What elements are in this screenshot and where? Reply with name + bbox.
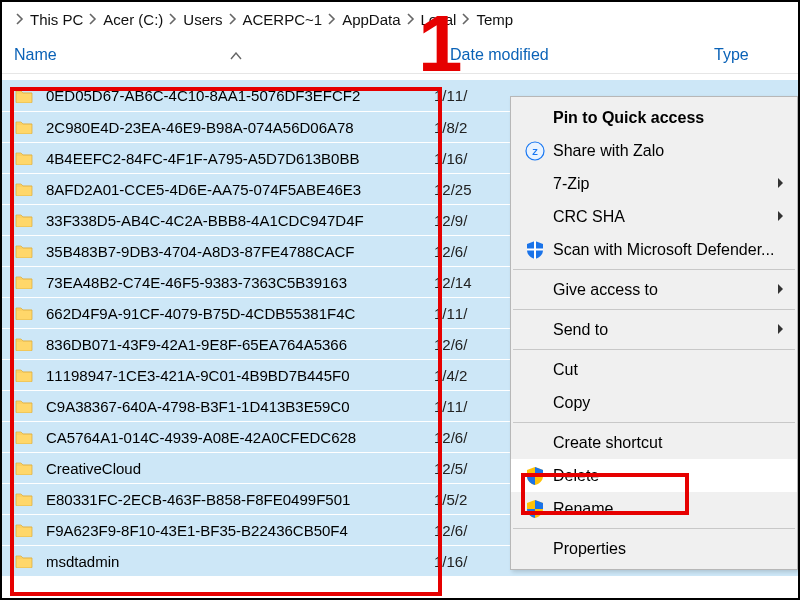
folder-icon [14,365,34,385]
ctx-rename[interactable]: Rename [511,492,797,525]
breadcrumb-item[interactable]: ACERPC~1 [243,11,323,28]
folder-icon [14,86,34,106]
file-date: 1/8/2 [434,119,467,136]
file-date: 12/9/ [434,212,467,229]
ctx-crc-sha[interactable]: CRC SHA [511,200,797,233]
blank-icon [521,205,549,229]
file-name: msdtadmin [46,553,119,570]
file-name: 8AFD2A01-CCE5-4D6E-AA75-074F5ABE46E3 [46,181,361,198]
file-date: 12/14 [434,274,472,291]
menu-separator [513,349,795,350]
column-type[interactable]: Type [714,46,788,64]
ctx-pin-quick-access[interactable]: Pin to Quick access [511,101,797,134]
breadcrumb-item[interactable]: AppData [342,11,400,28]
ctx-create-shortcut[interactable]: Create shortcut [511,426,797,459]
file-date: 12/25 [434,181,472,198]
chevron-right-icon [407,13,415,25]
column-name[interactable]: Name [14,46,450,64]
blank-icon [521,172,549,196]
breadcrumb-item[interactable]: Users [183,11,222,28]
submenu-arrow-icon [777,281,785,299]
file-name: 4B4EEFC2-84FC-4F1F-A795-A5D7D613B0BB [46,150,359,167]
ctx-send-to[interactable]: Send to [511,313,797,346]
folder-icon [14,520,34,540]
file-date: 1/5/2 [434,491,467,508]
svg-text:Z: Z [532,147,538,157]
file-name: 2C980E4D-23EA-46E9-B98A-074A56D06A78 [46,119,354,136]
file-date: 1/16/ [434,150,467,167]
file-date: 12/6/ [434,336,467,353]
context-menu: Pin to Quick access Z Share with Zalo 7-… [510,96,798,570]
file-name: CA5764A1-014C-4939-A08E-42A0CFEDC628 [46,429,356,446]
ctx-give-access[interactable]: Give access to [511,273,797,306]
file-date: 1/11/ [434,305,467,322]
chevron-right-icon [328,13,336,25]
file-name: 11198947-1CE3-421A-9C01-4B9BD7B445F0 [46,367,350,384]
chevron-right-icon [229,13,237,25]
ctx-cut[interactable]: Cut [511,353,797,386]
menu-separator [513,269,795,270]
folder-icon [14,427,34,447]
file-date: 12/6/ [434,243,467,260]
file-name: C9A38367-640A-4798-B3F1-1D413B3E59C0 [46,398,350,415]
folder-icon [14,241,34,261]
submenu-arrow-icon [777,208,785,226]
folder-icon [14,303,34,323]
menu-separator [513,309,795,310]
file-name: CreativeCloud [46,460,141,477]
file-name: 73EA48B2-C74E-46F5-9383-7363C5B39163 [46,274,347,291]
blank-icon [521,431,549,455]
file-name: 662D4F9A-91CF-4079-B75D-4CDB55381F4C [46,305,355,322]
file-date: 12/6/ [434,429,467,446]
menu-separator [513,528,795,529]
submenu-arrow-icon [777,321,785,339]
column-header: Name Date modified Type [2,36,798,74]
file-date: 12/6/ [434,522,467,539]
blank-icon [521,318,549,342]
blank-icon [521,106,549,130]
zalo-icon: Z [521,139,549,163]
file-date: 1/4/2 [434,367,467,384]
chevron-right-icon [169,13,177,25]
ctx-properties[interactable]: Properties [511,532,797,565]
uac-shield-icon [521,497,549,521]
file-name: 0ED05D67-AB6C-4C10-8AA1-5076DF3EFCF2 [46,87,360,104]
folder-icon [14,458,34,478]
file-date: 1/16/ [434,553,467,570]
folder-icon [14,210,34,230]
file-date: 12/5/ [434,460,467,477]
file-name: 836DB071-43F9-42A1-9E8F-65EA764A5366 [46,336,347,353]
breadcrumb-item[interactable]: Acer (C:) [103,11,163,28]
blank-icon [521,358,549,382]
file-name: 35B483B7-9DB3-4704-A8D3-87FE4788CACF [46,243,355,260]
blank-icon [521,391,549,415]
file-name: 33F338D5-AB4C-4C2A-BBB8-4A1CDC947D4F [46,212,364,229]
folder-icon [14,396,34,416]
blank-icon [521,537,549,561]
chevron-right-icon [89,13,97,25]
sort-ascending-icon [227,46,245,64]
shield-icon [521,238,549,262]
chevron-right-icon [16,13,24,25]
ctx-copy[interactable]: Copy [511,386,797,419]
ctx-delete[interactable]: Delete [511,459,797,492]
breadcrumb: This PC Acer (C:) Users ACERPC~1 AppData… [2,2,798,36]
folder-icon [14,334,34,354]
column-date[interactable]: Date modified [450,46,714,64]
file-date: 1/11/ [434,398,467,415]
breadcrumb-item[interactable]: Temp [476,11,513,28]
chevron-right-icon [462,13,470,25]
submenu-arrow-icon [777,175,785,193]
folder-icon [14,489,34,509]
svg-rect-3 [527,248,543,250]
breadcrumb-item[interactable]: This PC [30,11,83,28]
menu-separator [513,422,795,423]
ctx-share-zalo[interactable]: Z Share with Zalo [511,134,797,167]
folder-icon [14,117,34,137]
file-name: F9A623F9-8F10-43E1-BF35-B22436CB50F4 [46,522,348,539]
folder-icon [14,551,34,571]
ctx-7zip[interactable]: 7-Zip [511,167,797,200]
blank-icon [521,278,549,302]
folder-icon [14,148,34,168]
ctx-scan-defender[interactable]: Scan with Microsoft Defender... [511,233,797,266]
